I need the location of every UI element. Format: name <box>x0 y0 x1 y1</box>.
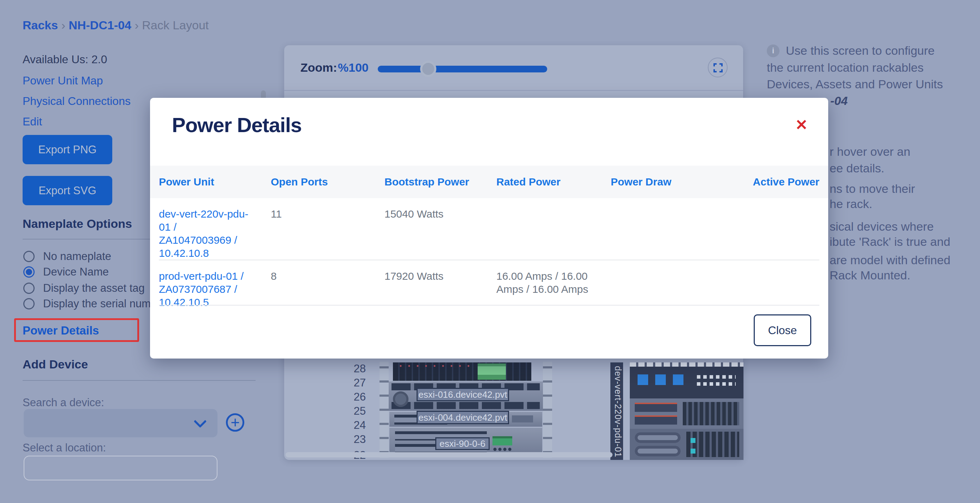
section-divider <box>22 380 256 381</box>
drive-bay <box>635 403 677 412</box>
server-block-b <box>630 429 743 460</box>
rack-unit-number: 26 <box>350 391 370 403</box>
rack-column-right[interactable] <box>630 362 743 460</box>
cell-power-unit-link[interactable]: dev-vert-220v-pdu-01 / ZA1047003969 / 10… <box>159 198 271 260</box>
info-text-fragment: ns to move their <box>830 182 915 196</box>
breadcrumb-racks[interactable]: Racks <box>22 18 58 32</box>
table-row: dev-vert-220v-pdu-01 / ZA1047003969 / 10… <box>150 198 828 260</box>
status-led <box>690 438 695 443</box>
pdu-outlet <box>638 374 648 385</box>
info-text-line: Use this screen to configure <box>786 44 934 57</box>
breadcrumb: Racks › NH-DC1-04 › Rack Layout <box>22 18 208 32</box>
search-device-label: Search a device: <box>22 396 104 409</box>
info-text-fragment: ee details. <box>830 161 885 175</box>
cell-rated-power <box>496 198 611 260</box>
cell-active-power <box>731 260 819 309</box>
col-active-power: Active Power <box>731 176 819 188</box>
info-text-fragment: sical devices where <box>830 220 934 233</box>
info-text-fragment: he rack. <box>830 197 872 211</box>
nameplate-esxi-004: esxi-004.device42.pvt <box>417 411 509 424</box>
cell-power-draw <box>611 260 731 309</box>
col-power-draw: Power Draw <box>611 176 731 188</box>
app-root: Racks › NH-DC1-04 › Rack Layout Availabl… <box>0 0 980 503</box>
rack-device-blade-chassis[interactable] <box>393 362 531 381</box>
cell-bootstrap-power: 17920 Watts <box>385 260 496 309</box>
server-block-a <box>630 398 743 429</box>
info-text-fragment: ibute 'Rack' is true and <box>830 235 950 249</box>
zoom-label: Zoom: <box>301 61 337 75</box>
info-rack-name-fragment: -04 <box>830 94 848 108</box>
radio-no-nameplate[interactable]: No nameplate <box>23 250 111 263</box>
pdu-switches <box>697 375 736 378</box>
cell-power-unit-link[interactable]: prod-vert-pdu-01 / ZA0737007687 / 10.42.… <box>159 260 271 309</box>
radio-asset-tag[interactable]: Display the asset tag <box>23 282 145 295</box>
cell-rated-power: 16.00 Amps / 16.00 Amps / 16.00 Amps <box>496 260 611 309</box>
rack-rail-right <box>543 362 552 458</box>
server-slots <box>391 402 540 409</box>
search-device-select[interactable] <box>24 409 218 437</box>
cell-open-ports: 11 <box>271 198 385 260</box>
add-device-button[interactable]: + <box>226 413 244 432</box>
radio-device-name[interactable]: Device Name <box>23 266 109 278</box>
rack-unit-number: 25 <box>350 405 370 418</box>
nameplate-options-heading: Nameplate Options <box>22 217 132 231</box>
rack-pdu-vertical[interactable]: dev-vert-220v-pdu-01 / Z <box>610 362 623 460</box>
chevron-down-icon <box>194 415 207 428</box>
modal-close-icon[interactable]: ✕ <box>795 118 808 133</box>
breadcrumb-rack-name[interactable]: NH-DC1-04 <box>68 18 131 32</box>
col-open-ports: Open Ports <box>271 176 385 188</box>
pdu-outlet <box>655 374 666 385</box>
close-button[interactable]: Close <box>754 315 811 346</box>
nameplate-esxi-016: esxi-016.device42.pvt <box>417 388 509 401</box>
pdu-block <box>630 367 743 398</box>
table-row: prod-vert-pdu-01 / ZA0737007687 / 10.42.… <box>150 260 828 305</box>
radio-icon[interactable] <box>23 251 35 262</box>
pdu-switches <box>697 382 736 386</box>
power-details-link[interactable]: Power Details <box>22 324 99 337</box>
radio-serial-number[interactable]: Display the serial num <box>23 297 151 310</box>
col-bootstrap-power: Bootstrap Power <box>385 176 496 188</box>
modal-title: Power Details <box>172 113 301 137</box>
info-text-fragment: Rack Mounted. <box>830 268 910 282</box>
physical-connections-link[interactable]: Physical Connections <box>22 95 130 108</box>
blade-screen <box>478 364 506 380</box>
cell-power-draw <box>611 198 731 260</box>
drive-bay <box>635 415 677 425</box>
table-header-row: Power Unit Open Ports Bootstrap Power Ra… <box>150 166 828 198</box>
blade-leds <box>396 364 474 367</box>
breadcrumb-separator: › <box>135 18 138 32</box>
add-device-heading: Add Device <box>22 358 88 371</box>
breadcrumb-current: Rack Layout <box>142 18 208 32</box>
location-select[interactable] <box>24 456 218 481</box>
radio-icon[interactable] <box>23 283 35 294</box>
zoom-slider[interactable] <box>378 66 547 72</box>
info-text-fragment: are model with defined <box>830 253 950 267</box>
info-text-fragment: r hover over an <box>830 145 910 159</box>
radio-icon[interactable] <box>23 298 35 310</box>
power-unit-map-link[interactable]: Power Unit Map <box>22 74 103 87</box>
server-fan <box>635 432 681 443</box>
select-location-label: Select a location: <box>22 442 106 454</box>
export-svg-button[interactable]: Export SVG <box>22 176 112 205</box>
col-rated-power: Rated Power <box>496 176 611 188</box>
info-icon: i <box>767 45 780 57</box>
rack-horizontal-scrollbar[interactable] <box>286 452 612 457</box>
cell-active-power <box>731 198 819 260</box>
plus-icon: + <box>231 415 240 430</box>
rack-unit-number: 27 <box>350 377 370 389</box>
server-grille <box>683 402 739 425</box>
server-lcd <box>492 436 512 446</box>
available-us-text: Available Us: 2.0 <box>22 53 107 66</box>
fullscreen-icon <box>713 63 723 72</box>
zoom-slider-handle[interactable] <box>420 61 436 77</box>
info-text-line: Devices, Assets and Power Units <box>767 77 943 91</box>
radio-icon-checked[interactable] <box>23 266 35 278</box>
edit-link[interactable]: Edit <box>22 115 42 128</box>
col-power-unit: Power Unit <box>159 176 271 188</box>
info-text-line: the current location rackables <box>767 61 924 75</box>
fullscreen-button[interactable] <box>708 57 728 77</box>
pdu-top-row <box>630 362 743 367</box>
export-png-button[interactable]: Export PNG <box>22 135 112 164</box>
breadcrumb-separator: › <box>61 18 65 32</box>
cell-bootstrap-power: 15040 Watts <box>385 198 496 260</box>
